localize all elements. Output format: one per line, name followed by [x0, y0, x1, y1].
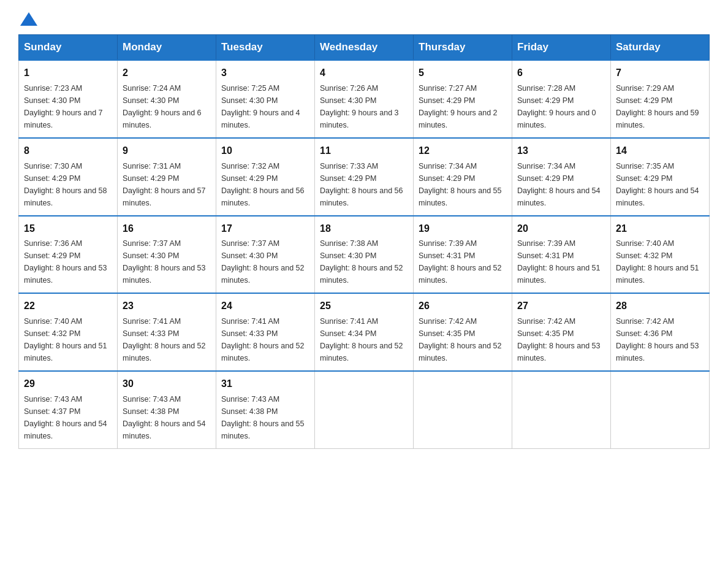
- calendar-cell: 29Sunrise: 7:43 AMSunset: 4:37 PMDayligh…: [19, 371, 118, 448]
- day-info: Sunrise: 7:26 AMSunset: 4:30 PMDaylight:…: [320, 82, 408, 131]
- calendar-table: SundayMondayTuesdayWednesdayThursdayFrid…: [18, 34, 710, 449]
- day-number: 14: [616, 144, 704, 159]
- day-number: 13: [517, 144, 605, 159]
- header-day-sunday: Sunday: [19, 35, 118, 61]
- calendar-cell: 16Sunrise: 7:37 AMSunset: 4:30 PMDayligh…: [118, 216, 216, 294]
- day-number: 2: [123, 66, 211, 81]
- day-number: 9: [123, 144, 211, 159]
- calendar-cell: 4Sunrise: 7:26 AMSunset: 4:30 PMDaylight…: [315, 60, 414, 138]
- day-number: 25: [320, 299, 408, 314]
- day-info: Sunrise: 7:43 AMSunset: 4:38 PMDaylight:…: [123, 393, 211, 442]
- calendar-cell: 26Sunrise: 7:42 AMSunset: 4:35 PMDayligh…: [414, 293, 512, 371]
- calendar-week-row: 8Sunrise: 7:30 AMSunset: 4:29 PMDaylight…: [19, 138, 710, 216]
- day-info: Sunrise: 7:40 AMSunset: 4:32 PMDaylight:…: [24, 315, 112, 364]
- day-info: Sunrise: 7:41 AMSunset: 4:34 PMDaylight:…: [320, 315, 408, 364]
- day-number: 12: [419, 144, 507, 159]
- day-info: Sunrise: 7:42 AMSunset: 4:35 PMDaylight:…: [517, 315, 605, 364]
- day-info: Sunrise: 7:43 AMSunset: 4:38 PMDaylight:…: [221, 393, 309, 442]
- day-number: 7: [616, 66, 704, 81]
- calendar-cell: 10Sunrise: 7:32 AMSunset: 4:29 PMDayligh…: [216, 138, 315, 216]
- day-number: 21: [616, 221, 704, 237]
- calendar-cell: [414, 371, 512, 448]
- day-info: Sunrise: 7:35 AMSunset: 4:29 PMDaylight:…: [616, 160, 704, 209]
- day-info: Sunrise: 7:37 AMSunset: 4:30 PMDaylight:…: [221, 237, 309, 286]
- day-number: 31: [221, 377, 309, 392]
- day-info: Sunrise: 7:25 AMSunset: 4:30 PMDaylight:…: [221, 82, 309, 131]
- calendar-cell: 25Sunrise: 7:41 AMSunset: 4:34 PMDayligh…: [315, 293, 414, 371]
- calendar-cell: [611, 371, 710, 448]
- day-info: Sunrise: 7:43 AMSunset: 4:37 PMDaylight:…: [24, 393, 112, 442]
- calendar-cell: 17Sunrise: 7:37 AMSunset: 4:30 PMDayligh…: [216, 216, 315, 294]
- calendar-cell: 31Sunrise: 7:43 AMSunset: 4:38 PMDayligh…: [216, 371, 315, 448]
- day-info: Sunrise: 7:23 AMSunset: 4:30 PMDaylight:…: [24, 82, 112, 131]
- calendar-cell: 14Sunrise: 7:35 AMSunset: 4:29 PMDayligh…: [611, 138, 710, 216]
- day-number: 20: [517, 221, 605, 237]
- day-number: 19: [419, 221, 507, 237]
- calendar-cell: 21Sunrise: 7:40 AMSunset: 4:32 PMDayligh…: [611, 216, 710, 294]
- day-number: 11: [320, 144, 408, 159]
- header-day-monday: Monday: [118, 35, 216, 61]
- calendar-cell: 30Sunrise: 7:43 AMSunset: 4:38 PMDayligh…: [118, 371, 216, 448]
- calendar-cell: [512, 371, 611, 448]
- calendar-cell: 24Sunrise: 7:41 AMSunset: 4:33 PMDayligh…: [216, 293, 315, 371]
- calendar-week-row: 22Sunrise: 7:40 AMSunset: 4:32 PMDayligh…: [19, 293, 710, 371]
- day-info: Sunrise: 7:28 AMSunset: 4:29 PMDaylight:…: [517, 82, 605, 131]
- calendar-cell: 9Sunrise: 7:31 AMSunset: 4:29 PMDaylight…: [118, 138, 216, 216]
- calendar-cell: 13Sunrise: 7:34 AMSunset: 4:29 PMDayligh…: [512, 138, 611, 216]
- header-day-thursday: Thursday: [414, 35, 512, 61]
- day-number: 26: [419, 299, 507, 314]
- header-day-saturday: Saturday: [611, 35, 710, 61]
- day-number: 3: [221, 66, 309, 81]
- calendar-cell: 1Sunrise: 7:23 AMSunset: 4:30 PMDaylight…: [19, 60, 118, 138]
- calendar-cell: 20Sunrise: 7:39 AMSunset: 4:31 PMDayligh…: [512, 216, 611, 294]
- day-info: Sunrise: 7:33 AMSunset: 4:29 PMDaylight:…: [320, 160, 408, 209]
- day-number: 30: [123, 377, 211, 392]
- day-info: Sunrise: 7:39 AMSunset: 4:31 PMDaylight:…: [419, 237, 507, 286]
- day-info: Sunrise: 7:27 AMSunset: 4:29 PMDaylight:…: [419, 82, 507, 131]
- day-info: Sunrise: 7:41 AMSunset: 4:33 PMDaylight:…: [123, 315, 211, 364]
- calendar-cell: 7Sunrise: 7:29 AMSunset: 4:29 PMDaylight…: [611, 60, 710, 138]
- day-info: Sunrise: 7:42 AMSunset: 4:36 PMDaylight:…: [616, 315, 704, 364]
- day-number: 29: [24, 377, 112, 392]
- logo-triangle-icon: [20, 12, 37, 26]
- day-number: 27: [517, 299, 605, 314]
- logo: [18, 12, 39, 23]
- day-number: 22: [24, 299, 112, 314]
- calendar-cell: 11Sunrise: 7:33 AMSunset: 4:29 PMDayligh…: [315, 138, 414, 216]
- calendar-cell: 3Sunrise: 7:25 AMSunset: 4:30 PMDaylight…: [216, 60, 315, 138]
- calendar-cell: [315, 371, 414, 448]
- day-number: 16: [123, 221, 211, 237]
- day-info: Sunrise: 7:32 AMSunset: 4:29 PMDaylight:…: [221, 160, 309, 209]
- calendar-header-row: SundayMondayTuesdayWednesdayThursdayFrid…: [19, 35, 710, 61]
- calendar-week-row: 29Sunrise: 7:43 AMSunset: 4:37 PMDayligh…: [19, 371, 710, 448]
- day-number: 23: [123, 299, 211, 314]
- calendar-cell: 19Sunrise: 7:39 AMSunset: 4:31 PMDayligh…: [414, 216, 512, 294]
- day-number: 5: [419, 66, 507, 81]
- calendar-cell: 5Sunrise: 7:27 AMSunset: 4:29 PMDaylight…: [414, 60, 512, 138]
- page-header: [18, 12, 710, 23]
- day-info: Sunrise: 7:24 AMSunset: 4:30 PMDaylight:…: [123, 82, 211, 131]
- day-info: Sunrise: 7:29 AMSunset: 4:29 PMDaylight:…: [616, 82, 704, 131]
- day-number: 18: [320, 221, 408, 237]
- calendar-week-row: 1Sunrise: 7:23 AMSunset: 4:30 PMDaylight…: [19, 60, 710, 138]
- calendar-cell: 22Sunrise: 7:40 AMSunset: 4:32 PMDayligh…: [19, 293, 118, 371]
- day-info: Sunrise: 7:31 AMSunset: 4:29 PMDaylight:…: [123, 160, 211, 209]
- calendar-cell: 15Sunrise: 7:36 AMSunset: 4:29 PMDayligh…: [19, 216, 118, 294]
- day-info: Sunrise: 7:34 AMSunset: 4:29 PMDaylight:…: [419, 160, 507, 209]
- header-day-tuesday: Tuesday: [216, 35, 315, 61]
- day-info: Sunrise: 7:42 AMSunset: 4:35 PMDaylight:…: [419, 315, 507, 364]
- day-number: 1: [24, 66, 112, 81]
- day-info: Sunrise: 7:34 AMSunset: 4:29 PMDaylight:…: [517, 160, 605, 209]
- calendar-cell: 28Sunrise: 7:42 AMSunset: 4:36 PMDayligh…: [611, 293, 710, 371]
- day-number: 10: [221, 144, 309, 159]
- day-number: 8: [24, 144, 112, 159]
- calendar-cell: 8Sunrise: 7:30 AMSunset: 4:29 PMDaylight…: [19, 138, 118, 216]
- day-info: Sunrise: 7:30 AMSunset: 4:29 PMDaylight:…: [24, 160, 112, 209]
- day-info: Sunrise: 7:37 AMSunset: 4:30 PMDaylight:…: [123, 237, 211, 286]
- day-number: 24: [221, 299, 309, 314]
- calendar-week-row: 15Sunrise: 7:36 AMSunset: 4:29 PMDayligh…: [19, 216, 710, 294]
- calendar-cell: 2Sunrise: 7:24 AMSunset: 4:30 PMDaylight…: [118, 60, 216, 138]
- header-day-wednesday: Wednesday: [315, 35, 414, 61]
- day-number: 6: [517, 66, 605, 81]
- day-number: 15: [24, 221, 112, 237]
